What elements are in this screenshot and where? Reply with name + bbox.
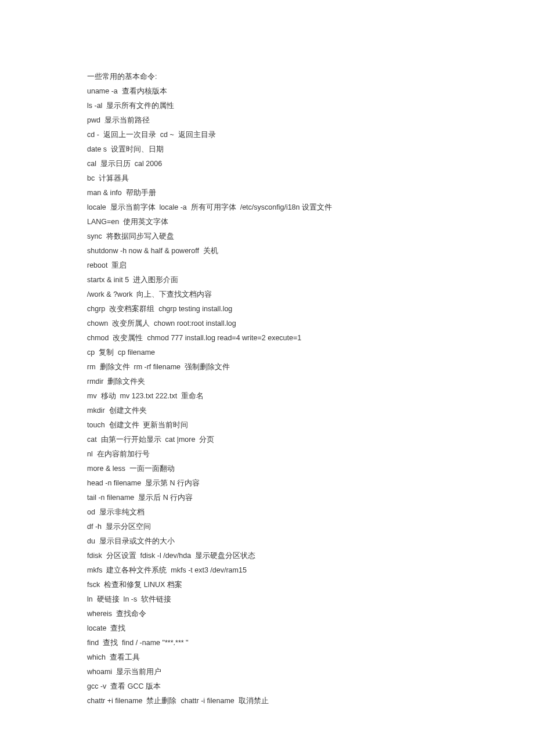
command-line: chgrp 改变档案群组 chgrp testing install.log [87, 302, 447, 316]
command-line: head -n filename 显示第 N 行内容 [87, 476, 447, 491]
command-line: which 查看工具 [87, 650, 447, 665]
document-body: 一些常用的基本命令:uname -a 查看内核版本ls -al 显示所有文件的属… [0, 0, 534, 756]
command-line: uname -a 查看内核版本 [87, 84, 447, 99]
command-line: ls -al 显示所有文件的属性 [87, 99, 447, 113]
command-line: startx & init 5 进入图形介面 [87, 273, 447, 287]
command-line: 一些常用的基本命令: [87, 70, 447, 84]
command-line: cat 由第一行开始显示 cat |more 分页 [87, 433, 447, 447]
command-line: rm 删除文件 rm -rf filename 强制删除文件 [87, 360, 447, 375]
command-line: shutdonw -h now & half & poweroff 关机 [87, 244, 447, 258]
command-line: bc 计算器具 [87, 171, 447, 186]
command-line: df -h 显示分区空间 [87, 520, 447, 534]
command-line: chattr +i filename 禁止删除 chattr -i filena… [87, 694, 447, 708]
command-line: cd - 返回上一次目录 cd ~ 返回主目录 [87, 128, 447, 142]
command-line: find 查找 find / -name "***.*** " [87, 636, 447, 650]
command-line: pwd 显示当前路径 [87, 113, 447, 128]
command-line: gcc -v 查看 GCC 版本 [87, 679, 447, 694]
command-line: od 显示非纯文档 [87, 505, 447, 520]
command-line: mv 移动 mv 123.txt 222.txt 重命名 [87, 389, 447, 404]
command-line: touch 创建文件 更新当前时间 [87, 418, 447, 433]
command-line: cp 复制 cp filename [87, 345, 447, 360]
command-line: sync 将数据同步写入硬盘 [87, 229, 447, 244]
command-line: LANG=en 使用英文字体 [87, 215, 447, 229]
command-line: du 显示目录或文件的大小 [87, 534, 447, 549]
command-line: cal 显示日历 cal 2006 [87, 157, 447, 171]
command-line: /work & ?work 向上、下查找文档内容 [87, 287, 447, 302]
command-line: tail -n filename 显示后 N 行内容 [87, 491, 447, 505]
command-line: fdisk 分区设置 fdisk -l /dev/hda 显示硬盘分区状态 [87, 549, 447, 563]
command-line: date s 设置时间、日期 [87, 142, 447, 157]
command-line: fsck 检查和修复 LINUX 档案 [87, 578, 447, 592]
command-line: mkfs 建立各种文件系统 mkfs -t ext3 /dev/ram15 [87, 563, 447, 578]
command-line: whoami 显示当前用户 [87, 665, 447, 679]
command-line: chown 改变所属人 chown root:root install.log [87, 316, 447, 331]
command-line: locate 查找 [87, 621, 447, 636]
command-line: ln 硬链接 ln -s 软件链接 [87, 592, 447, 607]
command-line: man & info 帮助手册 [87, 186, 447, 200]
command-line: chmod 改变属性 chmod 777 install.log read=4 … [87, 331, 447, 345]
command-line: rmdir 删除文件夹 [87, 375, 447, 389]
command-line: reboot 重启 [87, 258, 447, 273]
command-line: nl 在内容前加行号 [87, 447, 447, 462]
command-line: more & less 一面一面翻动 [87, 462, 447, 476]
command-line: whereis 查找命令 [87, 607, 447, 621]
command-line: mkdir 创建文件夹 [87, 404, 447, 418]
command-line: locale 显示当前字体 locale -a 所有可用字体 /etc/sysc… [87, 200, 447, 215]
